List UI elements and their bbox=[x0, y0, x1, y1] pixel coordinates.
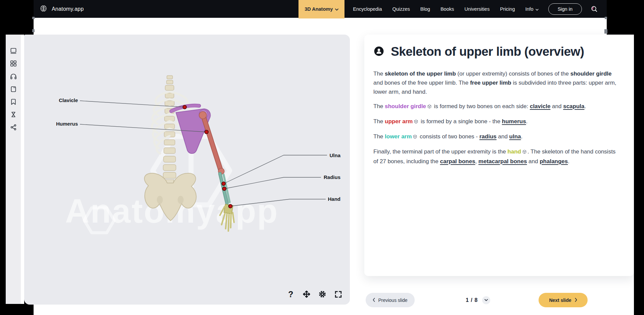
nav-link-quizzes[interactable]: Quizzes bbox=[392, 6, 410, 12]
brain-logo-icon bbox=[39, 4, 48, 13]
pin-hand bbox=[229, 205, 232, 208]
paragraph-hand: Finally, the terminal part of the upper … bbox=[373, 147, 622, 166]
info-panel: Skeleton of upper limb (overview) The sk… bbox=[364, 35, 634, 276]
humerus-bone bbox=[199, 111, 224, 174]
label-radius[interactable]: Radius bbox=[324, 174, 340, 180]
pin-humerus bbox=[205, 130, 209, 134]
model-cube-icon[interactable] bbox=[414, 118, 418, 127]
upper-arm-term[interactable]: upper arm bbox=[385, 118, 413, 125]
nav-link-universities[interactable]: Universities bbox=[464, 6, 490, 12]
top-navbar: Anatomy.app 3D Anatomy Encyclopedia Quiz… bbox=[34, 0, 607, 18]
pin-clavicle bbox=[183, 105, 187, 109]
page-background-top bbox=[34, 18, 607, 35]
link-scapula[interactable]: scapula bbox=[563, 103, 584, 109]
scrollbar-fragment bbox=[605, 17, 607, 19]
link-ulna[interactable]: ulna bbox=[509, 133, 521, 140]
model-cube-icon[interactable] bbox=[427, 102, 432, 111]
nav-link-pricing[interactable]: Pricing bbox=[500, 6, 515, 12]
paragraph-lower-arm: The lower arm consists of two bones - ra… bbox=[373, 132, 622, 142]
nav-links: Encyclopedia Quizzes Blog Books Universi… bbox=[353, 6, 538, 12]
3d-viewer-canvas[interactable]: Anatomyapp bbox=[24, 35, 350, 305]
chevron-down-icon bbox=[335, 6, 338, 12]
viewer-toolbar: ? bbox=[286, 290, 342, 299]
link-humerus[interactable]: humerus bbox=[502, 118, 526, 125]
scrollbar-fragment bbox=[604, 29, 607, 34]
pin-radius bbox=[223, 187, 226, 191]
label-clavicle[interactable]: Clavicle bbox=[59, 97, 78, 103]
pin-ulna bbox=[222, 182, 226, 186]
clipboard-icon[interactable] bbox=[10, 85, 17, 93]
model-cube-icon[interactable] bbox=[413, 133, 417, 142]
bookmark-icon[interactable] bbox=[10, 98, 17, 105]
headphones-icon[interactable] bbox=[10, 73, 17, 80]
page-title: Skeleton of upper limb (overview) bbox=[391, 45, 584, 59]
sign-in-button[interactable]: Sign in bbox=[548, 3, 582, 15]
link-phalanges[interactable]: phalanges bbox=[540, 158, 568, 165]
nav-link-info[interactable]: Info bbox=[525, 6, 538, 12]
hand-bones bbox=[220, 204, 234, 231]
paragraph-upper-arm: The upper arm is formed by a single bone… bbox=[373, 117, 622, 127]
anatomy-app-screen: Anatomy.app 3D Anatomy Encyclopedia Quiz… bbox=[0, 0, 644, 315]
previous-slide-button[interactable]: Previous slide bbox=[366, 293, 415, 307]
link-radius[interactable]: radius bbox=[479, 133, 497, 140]
help-icon[interactable]: ? bbox=[286, 290, 295, 299]
model-cube-icon[interactable] bbox=[522, 148, 527, 157]
link-carpal-bones[interactable]: carpal bones bbox=[440, 158, 475, 165]
sidebar-viewer-gap bbox=[21, 35, 24, 304]
label-humerus[interactable]: Humerus bbox=[56, 121, 78, 127]
nav-link-encyclopedia[interactable]: Encyclopedia bbox=[353, 6, 382, 12]
hand-term[interactable]: hand bbox=[507, 148, 521, 155]
navbar-menu: 3D Anatomy Encyclopedia Quizzes Blog Boo… bbox=[298, 0, 607, 18]
next-slide-button[interactable]: Next slide bbox=[539, 293, 588, 307]
slide-counter: 1 / 8 bbox=[466, 297, 478, 303]
link-clavicle[interactable]: clavicle bbox=[530, 103, 550, 109]
chevron-down-icon bbox=[536, 6, 539, 12]
share-icon[interactable] bbox=[10, 124, 17, 131]
nav-link-blog[interactable]: Blog bbox=[420, 6, 430, 12]
shoulder-girdle-term[interactable]: shoulder girdle bbox=[385, 103, 426, 109]
paragraph-shoulder-girdle: The shoulder girdle is formed by two bon… bbox=[373, 102, 622, 111]
label-hand[interactable]: Hand bbox=[328, 196, 341, 202]
chevron-left-icon bbox=[373, 298, 375, 303]
link-metacarpal-bones[interactable]: metacarpal bones bbox=[478, 158, 527, 165]
fullscreen-icon[interactable] bbox=[334, 290, 342, 299]
settings-gear-icon[interactable] bbox=[318, 290, 327, 299]
paragraph-intro: The skeleton of the upper limb (or upper… bbox=[373, 69, 622, 96]
scrollbar-fragment bbox=[32, 17, 35, 19]
skeleton-model[interactable] bbox=[24, 35, 350, 305]
move-icon[interactable] bbox=[302, 290, 311, 299]
grid-icon[interactable] bbox=[10, 60, 17, 67]
hourglass-icon[interactable] bbox=[10, 111, 17, 118]
tab-3d-anatomy[interactable]: 3D Anatomy bbox=[298, 0, 344, 18]
slide-page-indicator: 1 / 8 bbox=[466, 293, 490, 307]
chevron-right-icon bbox=[575, 298, 577, 303]
viewer-tool-sidebar bbox=[6, 35, 21, 304]
search-icon[interactable] bbox=[590, 5, 598, 13]
screen-icon[interactable] bbox=[10, 47, 17, 54]
label-ulna[interactable]: Ulna bbox=[329, 152, 340, 158]
nav-link-books[interactable]: Books bbox=[441, 6, 454, 12]
brand-logo[interactable]: Anatomy.app bbox=[39, 4, 84, 13]
title-row: Skeleton of upper limb (overview) bbox=[373, 45, 622, 59]
brand-name: Anatomy.app bbox=[52, 6, 84, 12]
lower-arm-term[interactable]: lower arm bbox=[385, 133, 412, 140]
person-circle-icon bbox=[373, 46, 384, 58]
scrollbar-fragment bbox=[32, 29, 35, 32]
slide-dropdown-button[interactable] bbox=[482, 296, 490, 304]
